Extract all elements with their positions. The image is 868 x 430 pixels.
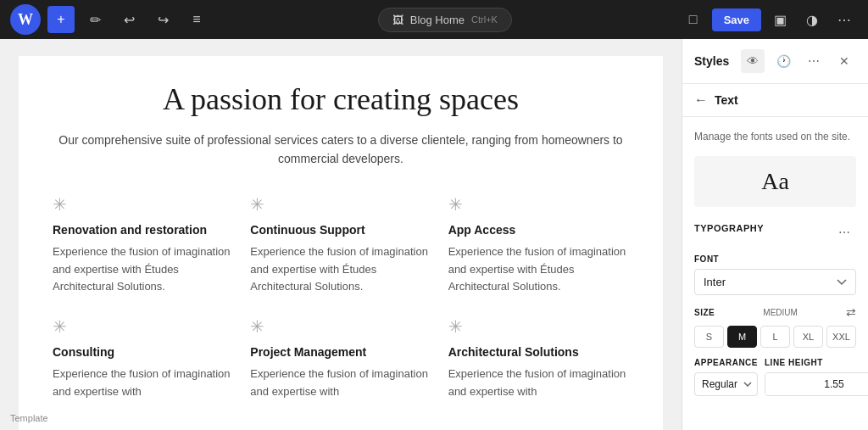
view-icon: □ xyxy=(689,12,698,27)
feature-desc-4: Experience the fusion of imagination and… xyxy=(250,366,431,401)
more-options-icon: ⋯ xyxy=(837,12,851,28)
feature-desc-5: Experience the fusion of imagination and… xyxy=(448,366,629,401)
feature-desc-1: Experience the fusion of imagination and… xyxy=(250,243,431,296)
feature-icon-2: ✳ xyxy=(448,194,629,215)
undo-icon: ↩ xyxy=(124,12,135,28)
wp-icon: W xyxy=(18,11,33,29)
appearance-label: APPEARANCE xyxy=(694,358,758,367)
history-icon: 🕐 xyxy=(776,54,791,68)
size-xxl-button[interactable]: XXL xyxy=(826,326,856,348)
line-height-control: + − xyxy=(765,372,868,396)
template-label: Template xyxy=(10,413,48,423)
feature-title-2: App Access xyxy=(448,223,629,237)
save-button[interactable]: Save xyxy=(712,8,761,31)
feature-title-5: Architectural Solutions xyxy=(448,345,629,359)
size-m-button[interactable]: M xyxy=(727,326,757,348)
history-button[interactable]: 🕐 xyxy=(771,49,795,73)
typography-more-icon: ⋯ xyxy=(838,226,850,239)
feature-desc-3: Experience the fusion of imagination and… xyxy=(53,366,233,401)
add-icon: + xyxy=(57,12,64,27)
text-section-title: Text xyxy=(715,93,738,107)
appearance-field-group: APPEARANCE Regular xyxy=(694,358,758,396)
appearance-line-height-row: APPEARANCE Regular LINE HEIGHT + − xyxy=(694,358,856,396)
feature-title-4: Project Management xyxy=(250,345,431,359)
wp-logo[interactable]: W xyxy=(10,4,41,35)
size-label: SIZE xyxy=(694,308,715,317)
canvas-area: A passion for creating spaces Our compre… xyxy=(0,39,682,430)
view-button[interactable]: □ xyxy=(680,6,707,33)
list-item: ✳ Consulting Experience the fusion of im… xyxy=(53,316,233,401)
size-controls-icon[interactable]: ⇄ xyxy=(846,305,856,319)
size-l-button[interactable]: L xyxy=(760,326,790,348)
panel-body: Manage the fonts used on the site. Aa Ty… xyxy=(682,117,868,430)
panel-sub-header: ← Text xyxy=(682,84,868,117)
more-options-button[interactable]: ⋯ xyxy=(831,6,858,33)
eye-button[interactable]: 👁 xyxy=(741,49,765,73)
add-button[interactable]: + xyxy=(47,6,75,33)
panel-close-button[interactable]: ✕ xyxy=(832,49,856,73)
line-height-field-group: LINE HEIGHT + − xyxy=(765,358,868,396)
url-bar: 🖼 Blog Home Ctrl+K xyxy=(217,8,673,32)
redo-button[interactable]: ↪ xyxy=(149,6,176,33)
line-height-label: LINE HEIGHT xyxy=(765,358,868,367)
list-item: ✳ Continuous Support Experience the fusi… xyxy=(250,194,431,296)
size-s-button[interactable]: S xyxy=(694,326,724,348)
typography-section-header: Typography ⋯ xyxy=(694,221,856,244)
panel-header: Styles 👁 🕐 ⋯ ✕ xyxy=(682,39,868,84)
page-subtitle: Our comprehensive suite of professional … xyxy=(53,131,629,169)
close-icon: ✕ xyxy=(839,54,849,68)
dark-mode-icon: ◑ xyxy=(806,12,818,28)
pen-icon: ✏ xyxy=(90,12,101,28)
list-item: ✳ App Access Experience the fusion of im… xyxy=(448,194,629,296)
url-site-icon: 🖼 xyxy=(392,14,403,26)
typography-label: Typography xyxy=(694,223,764,233)
size-current-value: MEDIUM xyxy=(763,308,798,317)
panel-title: Styles xyxy=(694,54,734,68)
appearance-select[interactable]: Regular xyxy=(694,372,758,396)
font-field-group: FONT Inter xyxy=(694,254,856,305)
font-select[interactable]: Inter xyxy=(694,269,856,295)
feature-icon-1: ✳ xyxy=(250,194,431,215)
manage-fonts-text: Manage the fonts used on the site. xyxy=(694,129,856,144)
feature-icon-5: ✳ xyxy=(448,316,629,337)
features-grid: ✳ Renovation and restoration Experience … xyxy=(53,194,629,401)
pen-button[interactable]: ✏ xyxy=(81,6,108,33)
back-icon: ← xyxy=(694,92,708,108)
typography-more-button[interactable]: ⋯ xyxy=(832,221,856,244)
panel-more-icon: ⋯ xyxy=(808,54,820,68)
main-container: A passion for creating spaces Our compre… xyxy=(0,39,868,430)
feature-icon-4: ✳ xyxy=(250,316,431,337)
list-icon: ≡ xyxy=(192,12,200,27)
feature-desc-0: Experience the fusion of imagination and… xyxy=(53,243,233,296)
feature-title-1: Continuous Support xyxy=(250,223,431,237)
list-item: ✳ Project Management Experience the fusi… xyxy=(250,316,431,401)
size-row: SIZE MEDIUM ⇄ xyxy=(694,305,856,319)
url-pill[interactable]: 🖼 Blog Home Ctrl+K xyxy=(378,8,512,32)
topbar: W + ✏ ↩ ↪ ≡ 🖼 Blog Home Ctrl+K □ Save ▣ … xyxy=(0,0,868,39)
sidebar-toggle-button[interactable]: ▣ xyxy=(766,6,793,33)
right-panel: Styles 👁 🕐 ⋯ ✕ ← Text Manage the fonts u… xyxy=(682,39,868,430)
url-shortcut: Ctrl+K xyxy=(471,14,498,25)
list-button[interactable]: ≡ xyxy=(183,6,210,33)
canvas-content: A passion for creating spaces Our compre… xyxy=(19,56,663,430)
size-buttons: S M L XL XXL xyxy=(694,326,856,348)
undo-button[interactable]: ↩ xyxy=(115,6,142,33)
line-height-input[interactable] xyxy=(765,373,868,395)
feature-desc-2: Experience the fusion of imagination and… xyxy=(448,243,629,296)
back-button[interactable]: ← xyxy=(694,92,708,108)
font-preview: Aa xyxy=(694,156,856,207)
font-label: FONT xyxy=(694,254,856,264)
panel-more-button[interactable]: ⋯ xyxy=(802,49,826,73)
list-item: ✳ Renovation and restoration Experience … xyxy=(53,194,233,296)
feature-icon-3: ✳ xyxy=(53,316,233,337)
topbar-right: □ Save ▣ ◑ ⋯ xyxy=(680,6,858,33)
feature-title-3: Consulting xyxy=(53,345,233,359)
eye-icon: 👁 xyxy=(747,54,759,68)
size-xl-button[interactable]: XL xyxy=(793,326,823,348)
dark-mode-button[interactable]: ◑ xyxy=(798,6,826,33)
feature-title-0: Renovation and restoration xyxy=(53,223,233,237)
url-text: Blog Home xyxy=(410,14,465,26)
feature-icon-0: ✳ xyxy=(53,194,233,215)
redo-icon: ↪ xyxy=(158,12,169,28)
page-title: A passion for creating spaces xyxy=(53,81,629,117)
